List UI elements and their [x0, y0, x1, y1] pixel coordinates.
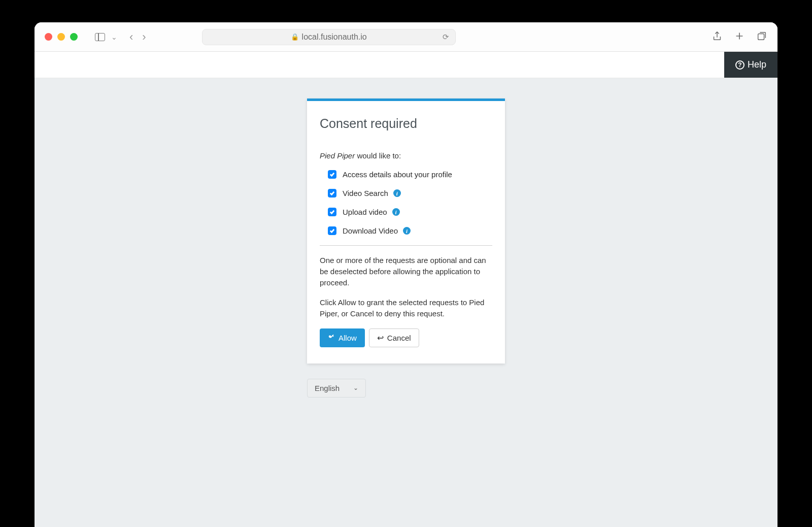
allow-button[interactable]: Allow	[320, 328, 365, 347]
consent-card: Consent required Pied Piper would like t…	[307, 98, 505, 364]
minimize-window-button[interactable]	[57, 33, 65, 41]
app-name: Pied Piper	[320, 151, 355, 160]
forward-button[interactable]: ›	[142, 31, 146, 43]
sidebar-toggle-group: ⌄	[93, 30, 117, 44]
tabs-overview-button[interactable]	[756, 30, 767, 44]
page-body: Consent required Pied Piper would like t…	[35, 78, 777, 527]
right-toolbar	[712, 30, 767, 44]
consent-title: Consent required	[320, 116, 492, 131]
consent-item: Download Video i	[328, 226, 492, 235]
close-window-button[interactable]	[45, 33, 52, 41]
chevron-down-icon[interactable]: ⌄	[111, 33, 117, 41]
consent-item-label: Access details about your profile	[343, 170, 452, 179]
url-text: local.fusionauth.io	[302, 32, 367, 42]
consent-intro: Pied Piper would like to:	[320, 151, 492, 160]
consent-item: Video Search i	[328, 189, 492, 197]
info-icon[interactable]: i	[392, 208, 400, 216]
new-tab-button[interactable]	[734, 30, 745, 44]
info-icon[interactable]: i	[403, 227, 411, 235]
button-row: Allow ↩ Cancel	[320, 328, 492, 347]
key-icon	[328, 334, 335, 342]
browser-window: ⌄ ‹ › 🔒 local.fusionauth.io ⟳ ? Help	[35, 22, 777, 527]
reply-icon: ↩	[377, 333, 384, 343]
app-header: ? Help	[35, 52, 777, 78]
consent-note-instruction: Click Allow to grant the selected reques…	[320, 297, 492, 319]
sidebar-toggle-button[interactable]	[93, 30, 107, 44]
cancel-button[interactable]: ↩ Cancel	[369, 328, 419, 347]
nav-arrows: ‹ ›	[129, 31, 146, 43]
maximize-window-button[interactable]	[70, 33, 78, 41]
reload-button[interactable]: ⟳	[443, 32, 449, 42]
consent-item-label: Download Video	[343, 226, 398, 235]
intro-suffix: would like to:	[355, 151, 401, 160]
sidebar-icon	[95, 33, 105, 41]
language-selected: English	[315, 384, 340, 392]
consent-item-label: Video Search	[343, 189, 388, 197]
back-button[interactable]: ‹	[129, 31, 133, 43]
cancel-label: Cancel	[387, 334, 411, 342]
consent-item: Upload video i	[328, 208, 492, 216]
consent-item-label: Upload video	[343, 208, 387, 216]
help-icon: ?	[735, 60, 745, 70]
consent-list: Access details about your profile Video …	[320, 170, 492, 235]
consent-note-optional: One or more of the requests are optional…	[320, 255, 492, 288]
chevron-down-icon: ⌄	[353, 384, 358, 391]
info-icon[interactable]: i	[393, 189, 401, 197]
help-label: Help	[748, 59, 766, 70]
browser-toolbar: ⌄ ‹ › 🔒 local.fusionauth.io ⟳	[35, 22, 777, 52]
checkbox[interactable]	[328, 189, 336, 197]
share-button[interactable]	[712, 30, 723, 44]
allow-label: Allow	[339, 334, 357, 342]
divider	[320, 245, 492, 246]
traffic-lights	[45, 33, 78, 41]
consent-item: Access details about your profile	[328, 170, 492, 179]
svg-rect-0	[758, 34, 764, 40]
checkbox[interactable]	[328, 208, 336, 216]
language-select[interactable]: English ⌄	[307, 379, 366, 398]
help-button[interactable]: ? Help	[724, 52, 777, 78]
checkbox[interactable]	[328, 226, 336, 235]
lock-icon: 🔒	[291, 33, 299, 41]
checkbox[interactable]	[328, 170, 336, 179]
url-bar[interactable]: 🔒 local.fusionauth.io ⟳	[202, 29, 456, 45]
